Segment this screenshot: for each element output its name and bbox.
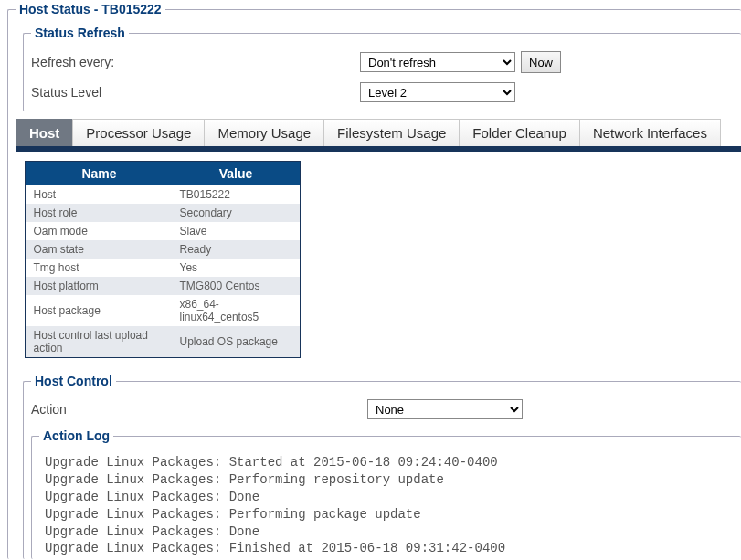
cell-name: Oam state xyxy=(26,240,173,259)
cell-name: Host platform xyxy=(26,277,173,295)
tab-bar: Host Processor Usage Memory Usage Filesy… xyxy=(16,119,741,152)
tab-memory-usage[interactable]: Memory Usage xyxy=(204,119,324,146)
tab-filesystem-usage[interactable]: Filesystem Usage xyxy=(323,119,460,146)
table-row: Host platformTMG800 Centos xyxy=(26,277,300,295)
cell-value: TMG800 Centos xyxy=(173,277,300,295)
cell-value: x86_64-linux64_centos5 xyxy=(173,295,300,326)
cell-value: Upload OS package xyxy=(173,326,300,357)
tab-network-interfaces[interactable]: Network Interfaces xyxy=(579,119,721,146)
cell-value: Slave xyxy=(173,222,300,240)
cell-name: Oam mode xyxy=(26,222,173,240)
table-row: Host packagex86_64-linux64_centos5 xyxy=(26,295,300,326)
col-value: Value xyxy=(173,163,300,185)
host-info-table: Name Value HostTB015222Host roleSecondar… xyxy=(26,162,300,357)
cell-name: Host xyxy=(26,185,173,205)
status-level-select[interactable]: Level 2 xyxy=(360,82,515,102)
cell-name: Host role xyxy=(26,204,173,222)
refresh-row: Refresh every: Don't refresh Now xyxy=(31,51,741,73)
host-control-legend: Host Control xyxy=(31,374,116,388)
refresh-now-button[interactable]: Now xyxy=(521,51,561,73)
cell-value: Secondary xyxy=(173,204,300,222)
table-row: Oam stateReady xyxy=(26,240,300,259)
host-control-panel: Host Control Action None Action Log Upgr… xyxy=(23,374,741,559)
table-row: Host control last upload actionUpload OS… xyxy=(26,326,300,357)
action-select[interactable]: None xyxy=(367,399,523,419)
action-log-panel: Action Log Upgrade Linux Packages: Start… xyxy=(31,428,741,559)
action-label: Action xyxy=(31,402,367,417)
refresh-every-label: Refresh every: xyxy=(31,55,360,69)
col-name: Name xyxy=(26,163,173,185)
cell-name: Host package xyxy=(26,295,173,326)
tab-host[interactable]: Host xyxy=(16,119,73,146)
tab-folder-cleanup[interactable]: Folder Cleanup xyxy=(459,119,580,146)
host-status-panel: Host Status - TB015222 Status Refresh Re… xyxy=(7,2,741,559)
status-level-label: Status Level xyxy=(31,85,360,100)
host-info-table-wrap: Name Value HostTB015222Host roleSecondar… xyxy=(25,161,301,358)
table-row: Oam modeSlave xyxy=(26,222,300,240)
panel-title: Host Status - TB015222 xyxy=(16,2,165,16)
action-log-legend: Action Log xyxy=(39,428,113,443)
tab-processor-usage[interactable]: Processor Usage xyxy=(72,119,205,146)
action-row: Action None xyxy=(31,399,741,419)
table-row: HostTB015222 xyxy=(26,185,300,205)
table-row: Tmg hostYes xyxy=(26,259,300,277)
cell-name: Tmg host xyxy=(26,259,173,277)
action-log-text: Upgrade Linux Packages: Started at 2015-… xyxy=(39,449,741,559)
table-row: Host roleSecondary xyxy=(26,204,300,222)
cell-value: TB015222 xyxy=(173,185,300,205)
refresh-every-select[interactable]: Don't refresh xyxy=(360,52,515,72)
status-level-row: Status Level Level 2 xyxy=(31,82,741,102)
cell-value: Yes xyxy=(173,259,300,277)
status-refresh-panel: Status Refresh Refresh every: Don't refr… xyxy=(23,26,741,111)
cell-name: Host control last upload action xyxy=(26,326,173,357)
cell-value: Ready xyxy=(173,240,300,259)
status-refresh-legend: Status Refresh xyxy=(31,26,129,40)
